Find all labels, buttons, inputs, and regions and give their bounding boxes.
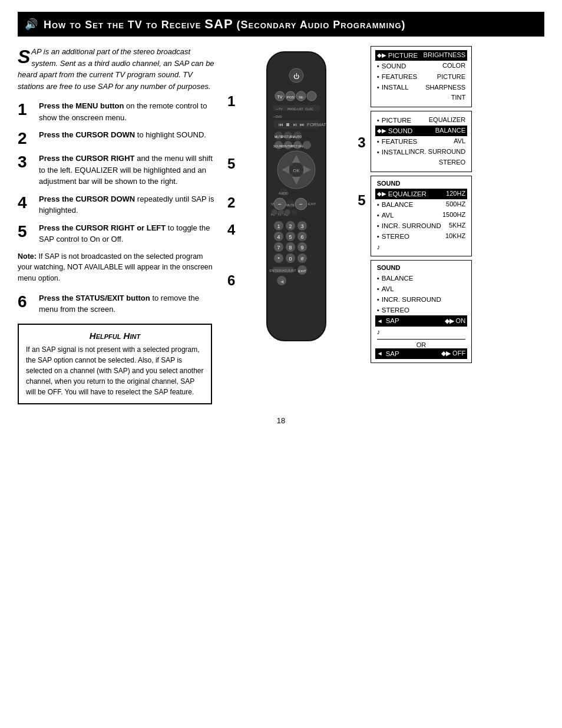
menu-label-picture: PICTURE — [388, 51, 418, 60]
step-1: 1 Press the MENU button on the remote co… — [18, 100, 218, 123]
menu-label-avl-4: AVL — [382, 284, 394, 294]
menu-row-incr-4: • INCR. SURROUND — [377, 294, 465, 305]
bullet-14: • — [377, 305, 379, 315]
step-3-text: Press the CURSOR RIGHT and the menu will… — [39, 153, 218, 187]
svg-text:8: 8 — [289, 245, 292, 251]
menu-screens: ◆▶ PICTURE BRIGHTNESS • SOUND COLOR • FE… — [371, 46, 472, 363]
step-labels-left: 1 5 2 4 6 — [227, 93, 235, 289]
menu-row-stereo-3: • STEREO 10KHZ — [377, 231, 465, 242]
intro-text: AP is an additional part of the stereo b… — [18, 47, 214, 91]
bullet-10: • — [377, 232, 379, 241]
bullet-5: • — [377, 137, 379, 146]
svg-text:EXIT: EXIT — [299, 269, 307, 273]
arrow-icon-1: ◆▶ — [377, 51, 386, 60]
step-6: 6 Press the STATUS/EXIT button to remove… — [18, 292, 218, 315]
step-labels-right: 3 5 — [358, 134, 365, 209]
svg-text:6: 6 — [301, 234, 304, 240]
svg-text:AUTO: AUTO — [293, 135, 302, 139]
step-label-4: 4 — [227, 222, 235, 238]
menu-screen-3: SOUND ◆▶ EQUALIZER 120HZ • BALANCE 500HZ… — [371, 176, 472, 257]
step-label-1: 1 — [227, 93, 235, 110]
svg-text:MUTE: MUTE — [286, 203, 295, 207]
step-6-text: Press the STATUS/EXIT button to remove t… — [39, 292, 218, 315]
menu-row-equalizer-highlighted: ◆▶ EQUALIZER 120HZ — [375, 189, 467, 199]
svg-text:7: 7 — [277, 245, 280, 251]
menu-row-balance-4: • BALANCE — [377, 273, 465, 284]
menu-screen-1: ◆▶ PICTURE BRIGHTNESS • SOUND COLOR • FE… — [371, 46, 472, 107]
menu-divider — [377, 339, 465, 340]
svg-text:⏯: ⏯ — [293, 122, 297, 127]
menu-label-sound-1: SOUND — [382, 61, 406, 71]
menu-label-picture-2: PICTURE — [382, 116, 411, 125]
svg-text:POS: POS — [287, 95, 295, 99]
menu-right-brightness: BRIGHTNESS — [424, 51, 466, 60]
drop-cap: S — [18, 47, 30, 66]
menu-row-stereo-2: STEREO — [377, 157, 465, 167]
svg-text:⏭: ⏭ — [300, 122, 305, 127]
menu-3-label: SOUND — [377, 180, 465, 187]
menu-right-stereo-2: STEREO — [439, 158, 465, 167]
menu-right-balance: BALANCE — [435, 126, 465, 135]
svg-text:5: 5 — [289, 234, 292, 240]
menu-label-install-1: INSTALL — [382, 83, 409, 92]
step-2-number: 2 — [18, 130, 34, 147]
step-label-5b: 5 — [358, 192, 365, 209]
svg-text:0: 0 — [289, 256, 292, 262]
svg-text:−: − — [278, 201, 282, 207]
svg-text:⏻: ⏻ — [293, 73, 299, 80]
menu-screen-2: • PICTURE EQUALIZER ◆▶ SOUND BALANCE • F… — [371, 111, 472, 172]
menu-row-note-4: ♪ — [377, 327, 465, 337]
step-label-2: 2 — [227, 195, 235, 211]
step-label-5: 5 — [227, 156, 235, 172]
bullet-6: • — [377, 147, 379, 157]
svg-text:⏹: ⏹ — [286, 122, 290, 127]
menu-right-10khz: 10KHZ — [445, 232, 465, 241]
or-label: OR — [377, 341, 465, 348]
svg-point-9 — [307, 91, 316, 101]
helpful-hint-box: Helpful Hint If an SAP signal is not pre… — [18, 324, 212, 404]
audio-icon: 🔊 — [25, 18, 38, 31]
step-6-number: 6 — [18, 294, 34, 310]
note-text: Note: If SAP is not broadcasted on the s… — [18, 251, 218, 284]
svg-text:#: # — [301, 256, 304, 262]
step-4-number: 4 — [18, 195, 34, 211]
svg-point-33 — [303, 141, 311, 149]
menu-label-sap-off: SAP — [386, 349, 399, 358]
remote-control: ⏻ TV POS SE —TV PROG.LIST CLOC —DVD — [237, 46, 355, 354]
menu-row-avl-4: • AVL — [377, 284, 465, 294]
arrow-icon-4: ◄ — [377, 317, 383, 325]
svg-point-53 — [278, 209, 284, 215]
menu-row-features-1: • FEATURES PICTURE — [377, 71, 465, 82]
menu-right-color: COLOR — [442, 61, 465, 70]
remote-svg: ⏻ TV POS SE —TV PROG.LIST CLOC —DVD — [237, 46, 355, 353]
svg-text:1: 1 — [277, 223, 280, 229]
arrow-icon-5: ◄ — [377, 350, 383, 358]
menu-label-features-1: FEATURES — [382, 72, 418, 81]
hint-title: Helpful Hint — [26, 331, 204, 341]
svg-text:9: 9 — [301, 245, 304, 251]
right-column: 1 5 2 4 6 ⏻ TV POS — [227, 46, 544, 404]
intro-paragraph: SAP is an additional part of the stereo … — [18, 46, 218, 92]
menu-row-sound-highlighted: ◆▶ SOUND BALANCE — [375, 126, 467, 136]
menu-right-avl: AVL — [454, 137, 465, 146]
bullet-4: • — [377, 116, 379, 125]
menu-label-avl-3: AVL — [382, 210, 394, 220]
menu-row-picture-highlighted: ◆▶ PICTURE BRIGHTNESS — [375, 50, 467, 61]
page-header: 🔊 How to Set the TV to Receive SAP (Seco… — [18, 12, 544, 37]
menu-right-1500hz: 1500HZ — [442, 210, 465, 219]
menu-right-tint: TINT — [451, 93, 465, 102]
menu-label-balance-3: BALANCE — [382, 200, 414, 209]
left-column: SAP is an additional part of the stereo … — [18, 46, 218, 404]
menu-row-install-1: • INSTALL SHARPNESS — [377, 82, 465, 93]
bullet-3: • — [377, 83, 379, 92]
step-1-number: 1 — [18, 101, 34, 118]
svg-text:PROG.LIST: PROG.LIST — [287, 107, 303, 111]
svg-text:2: 2 — [289, 223, 292, 229]
bullet-8: • — [377, 210, 379, 220]
svg-text:TV: TV — [277, 95, 283, 99]
menu-right-picture: PICTURE — [437, 73, 465, 81]
svg-text:SE: SE — [299, 95, 303, 99]
svg-text:EXIT: EXIT — [308, 202, 316, 206]
svg-text:OK: OK — [293, 168, 300, 173]
menu-right-sap-on: ◆▶ ON — [445, 317, 466, 325]
